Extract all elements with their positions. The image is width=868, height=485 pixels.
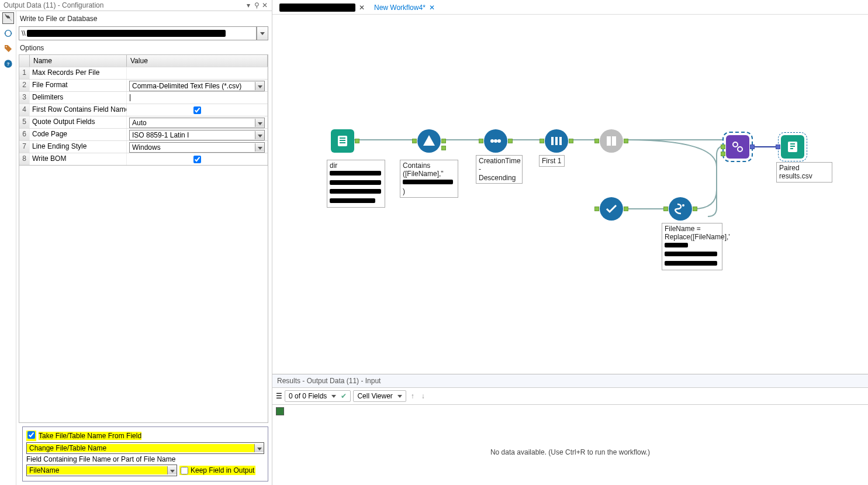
take-filename-checkbox[interactable] bbox=[27, 431, 35, 439]
workflow-canvas[interactable]: dir Contains ([FileName]," ) CreationTim… bbox=[272, 15, 868, 374]
svg-rect-12 bbox=[559, 137, 562, 145]
svg-point-8 bbox=[494, 139, 497, 143]
sync-icon[interactable] bbox=[2, 27, 14, 39]
svg-point-14 bbox=[733, 142, 738, 147]
grid-corner-icon[interactable] bbox=[276, 407, 284, 415]
first-row-checkbox[interactable] bbox=[193, 106, 201, 114]
col-header-value: Value bbox=[127, 55, 268, 67]
filter-tool[interactable] bbox=[417, 129, 441, 153]
svg-point-13 bbox=[682, 204, 684, 207]
sort-tool[interactable] bbox=[484, 129, 507, 153]
output-path-input[interactable]: \\ bbox=[19, 26, 257, 40]
keep-field-checkbox[interactable] bbox=[181, 467, 188, 474]
filename-field-select[interactable]: FileName bbox=[26, 465, 177, 476]
tag-icon[interactable] bbox=[2, 43, 14, 54]
write-bom-checkbox[interactable] bbox=[193, 156, 201, 163]
sort-annotation: CreationTime - Descending bbox=[476, 155, 523, 184]
svg-rect-6 bbox=[340, 142, 345, 143]
svg-rect-11 bbox=[555, 137, 558, 145]
filename-from-field-section: Take File/Table Name From Field Change F… bbox=[22, 426, 268, 481]
svg-point-15 bbox=[738, 147, 742, 152]
close-icon[interactable]: ✕ bbox=[261, 1, 268, 9]
workflow-tabs: ✕ New Workflow4*✕ bbox=[272, 0, 868, 15]
results-panel: Results - Output Data (11) - Input ☰ 0 o… bbox=[272, 374, 868, 485]
svg-point-7 bbox=[490, 139, 494, 143]
filter-annotation: Contains ([FileName]," ) bbox=[400, 160, 458, 198]
sample-annotation: First 1 bbox=[539, 155, 565, 167]
svg-rect-5 bbox=[340, 140, 345, 141]
field-containing-label: Field Containing File Name or Part of Fi… bbox=[26, 455, 175, 463]
keep-field-label: Keep Field in Output bbox=[191, 466, 254, 474]
pin-icon[interactable]: ⚲ bbox=[253, 1, 260, 9]
sort-desc-icon[interactable]: ↓ bbox=[419, 392, 427, 400]
close-icon[interactable]: ✕ bbox=[429, 4, 435, 12]
output-annotation: Paired results.csv bbox=[776, 162, 832, 183]
write-section-label: Write to File or Database bbox=[19, 12, 272, 25]
close-icon[interactable]: ✕ bbox=[359, 4, 365, 12]
formula-annotation: FileName = Replace([FileName],' bbox=[662, 223, 722, 270]
file-format-select[interactable]: Comma-Delimited Text Files (*.csv) bbox=[127, 80, 268, 91]
svg-point-0 bbox=[5, 46, 6, 47]
delimiters-value[interactable]: | bbox=[127, 92, 268, 104]
codepage-select[interactable]: ISO 8859-1 Latin I bbox=[127, 129, 268, 140]
help-icon[interactable]: ? bbox=[2, 58, 14, 70]
dynamic-output-tool[interactable] bbox=[726, 135, 749, 159]
path-dropdown-button[interactable] bbox=[257, 26, 268, 40]
svg-rect-4 bbox=[340, 137, 345, 139]
change-mode-select[interactable]: Change File/Table Name bbox=[26, 442, 264, 454]
directory-annotation: dir bbox=[327, 160, 385, 208]
svg-rect-10 bbox=[551, 137, 554, 145]
list-icon[interactable]: ☰ bbox=[276, 392, 282, 400]
results-title: Results - Output Data (11) - Input bbox=[272, 374, 868, 388]
svg-text:?: ? bbox=[6, 61, 9, 67]
config-title-bar: Output Data (11) - Configuration ▾ ⚲ ✕ bbox=[0, 0, 272, 11]
wrench-icon[interactable] bbox=[2, 12, 14, 24]
col-header-name: Name bbox=[30, 55, 127, 67]
results-empty-message: No data available. (Use Ctrl+R to run th… bbox=[272, 419, 868, 485]
tab-workflow-1[interactable]: ✕ bbox=[275, 1, 369, 14]
options-table: Name Value 1Max Records Per File 2File F… bbox=[19, 54, 268, 166]
directory-tool[interactable] bbox=[331, 129, 354, 153]
config-panel: Output Data (11) - Configuration ▾ ⚲ ✕ ?… bbox=[0, 0, 272, 485]
select-tool[interactable] bbox=[600, 197, 623, 221]
options-label: Options bbox=[19, 42, 272, 54]
quote-fields-select[interactable]: Auto bbox=[127, 116, 268, 128]
config-title: Output Data (11) - Configuration bbox=[4, 1, 245, 9]
cell-viewer-select[interactable]: Cell Viewer bbox=[353, 390, 406, 402]
sort-asc-icon[interactable]: ↑ bbox=[409, 392, 417, 400]
formula-tool[interactable] bbox=[669, 197, 692, 221]
line-ending-select[interactable]: Windows bbox=[127, 141, 268, 153]
take-filename-label: Take File/Table Name From Field bbox=[39, 432, 141, 440]
svg-point-9 bbox=[497, 139, 501, 143]
max-records-value[interactable] bbox=[127, 67, 268, 79]
fields-selector[interactable]: 0 of 0 Fields✔ bbox=[285, 390, 351, 402]
sample-tool[interactable] bbox=[545, 129, 568, 153]
tab-workflow-2[interactable]: New Workflow4*✕ bbox=[369, 1, 440, 14]
config-sidebar: ? bbox=[0, 11, 16, 485]
dropdown-icon[interactable]: ▾ bbox=[245, 1, 252, 9]
output-data-tool[interactable] bbox=[781, 135, 804, 159]
join-tool[interactable] bbox=[600, 129, 623, 153]
